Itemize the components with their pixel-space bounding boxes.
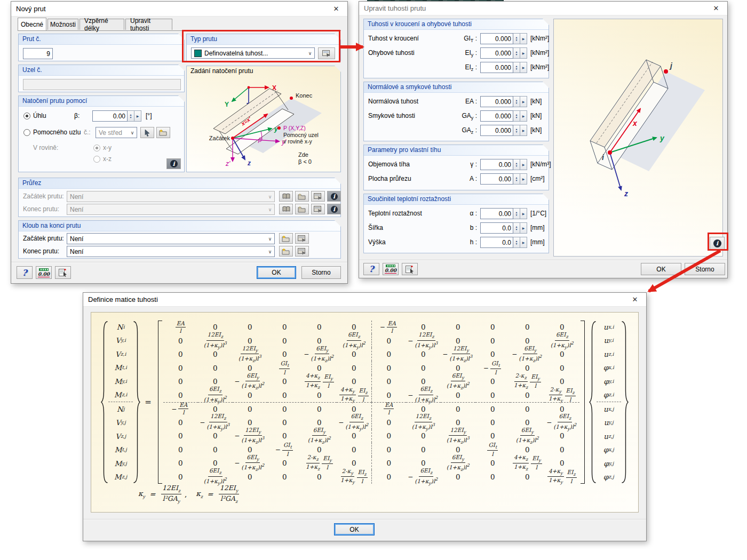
stiffness-value-input[interactable] bbox=[480, 125, 513, 136]
stiffness-value-input[interactable] bbox=[480, 47, 513, 59]
plane-xy-radio[interactable] bbox=[93, 145, 100, 151]
spin-right-button[interactable]: ▶ bbox=[520, 33, 527, 44]
tab-vzperne-delky[interactable]: Vzpěrné délky bbox=[80, 19, 124, 30]
help-button[interactable]: ? bbox=[363, 263, 379, 275]
hinge-start-combobox[interactable]: Není ∨ bbox=[67, 233, 275, 244]
stiffness-value-input[interactable] bbox=[480, 222, 513, 234]
cross-section-start-combobox[interactable]: Není ∨ bbox=[67, 191, 275, 202]
spin-right-button[interactable]: ▶ bbox=[520, 110, 527, 122]
ok-button[interactable]: OK bbox=[334, 523, 375, 535]
spinner[interactable]: ▲▼ bbox=[513, 208, 520, 219]
stiffness-matrix-info-button[interactable]: i bbox=[710, 237, 725, 250]
beta-spin-right-button[interactable]: ▶ bbox=[134, 110, 141, 122]
stiffness-value-input[interactable] bbox=[480, 173, 513, 185]
stiffness-value-input[interactable] bbox=[480, 33, 513, 44]
cancel-button[interactable]: Storno bbox=[685, 263, 725, 275]
aux-node-combobox[interactable]: Ve střed ∨ bbox=[96, 127, 137, 138]
spin-right-button[interactable]: ▶ bbox=[520, 159, 527, 170]
rotation-info-button[interactable]: i bbox=[166, 158, 181, 169]
hinge-start-edit-button[interactable] bbox=[295, 233, 309, 244]
apply-to-button[interactable] bbox=[55, 266, 71, 279]
stiffness-value-input[interactable] bbox=[480, 237, 513, 248]
cross-section-library-button-2[interactable] bbox=[279, 204, 293, 214]
pick-node-button[interactable] bbox=[140, 127, 154, 138]
matrix-cell: −12EIz(1+κy)l3 bbox=[406, 334, 441, 348]
cancel-button[interactable]: Storno bbox=[301, 266, 341, 279]
spinner[interactable]: ▲▼ bbox=[513, 62, 520, 73]
stiffness-value-input[interactable] bbox=[480, 159, 513, 170]
ok-button[interactable]: OK bbox=[641, 263, 681, 275]
ok-button[interactable]: OK bbox=[257, 266, 296, 279]
tab-upravit-tuhosti[interactable]: Upravit tuhosti bbox=[125, 19, 172, 30]
stiffness-value-input[interactable] bbox=[480, 208, 513, 219]
spin-right-button[interactable]: ▶ bbox=[520, 237, 527, 248]
spinner[interactable]: ▲▼ bbox=[513, 222, 520, 234]
cross-section-new-button[interactable] bbox=[295, 191, 309, 202]
apply-to-button[interactable] bbox=[402, 263, 418, 275]
stiffness-row: Plocha průřezuA :▲▼▶[cm²] bbox=[364, 173, 549, 187]
cross-section-end-info-button[interactable]: i bbox=[327, 204, 341, 214]
close-icon[interactable]: ✕ bbox=[705, 2, 727, 15]
stiffness-row-label: Teplotní roztažnost bbox=[368, 210, 422, 217]
hinge-end-combobox[interactable]: Není ∨ bbox=[67, 246, 275, 257]
spin-right-button[interactable]: ▶ bbox=[520, 173, 527, 185]
spinner[interactable]: ▲▼ bbox=[513, 159, 520, 170]
member-type-combobox[interactable]: Definovatelná tuhost... ∨ bbox=[191, 47, 315, 59]
member-no-input[interactable] bbox=[23, 48, 53, 59]
tab-obecne[interactable]: Obecné bbox=[18, 18, 46, 30]
spinner[interactable]: ▲▼ bbox=[513, 110, 520, 122]
stiffness-row-unit: [kN] bbox=[530, 126, 542, 134]
plane-xz-label: x-z bbox=[103, 155, 112, 163]
spinner[interactable]: ▲▼ bbox=[513, 173, 520, 185]
aux-node-radio[interactable] bbox=[23, 129, 30, 136]
hinge-end-edit-button[interactable] bbox=[295, 246, 309, 257]
help-button[interactable]: ? bbox=[17, 266, 33, 279]
spinner[interactable]: ▲▼ bbox=[513, 237, 520, 248]
units-button[interactable]: 0.00 bbox=[36, 266, 52, 279]
cross-section-start-info-button[interactable]: i bbox=[327, 191, 341, 202]
cross-section-end-combobox[interactable]: Není ∨ bbox=[67, 204, 275, 215]
cross-section-library-button[interactable] bbox=[279, 191, 293, 202]
displacement-vector-entry: φy,j bbox=[597, 457, 621, 470]
cross-section-new-button-2[interactable] bbox=[295, 204, 309, 214]
stiffness-value-input[interactable] bbox=[480, 62, 513, 73]
dialog-edit-stiffness-titlebar[interactable]: Upravit tuhosti prutu bbox=[359, 2, 727, 15]
angle-radio[interactable] bbox=[23, 113, 30, 119]
member-type-edit-button[interactable] bbox=[318, 47, 335, 59]
spinner[interactable]: ▲▼ bbox=[513, 47, 520, 59]
units-button[interactable]: 0.00 bbox=[383, 263, 399, 275]
spinner[interactable]: ▲▼ bbox=[513, 33, 520, 44]
stiffness-value-input[interactable] bbox=[480, 96, 513, 107]
matrix-cell: −6EIy(1+κz)l2 bbox=[302, 348, 337, 362]
cross-section-edit-button-2[interactable] bbox=[311, 204, 325, 214]
spinner[interactable]: ▲▼ bbox=[513, 96, 520, 107]
plane-xz-radio[interactable] bbox=[93, 156, 100, 163]
beta-spinner[interactable]: ▲▼ bbox=[128, 110, 134, 122]
dialog-new-member-titlebar[interactable]: Nový prut bbox=[11, 2, 347, 17]
spin-right-button[interactable]: ▶ bbox=[520, 47, 527, 59]
hinge-end-new-button[interactable] bbox=[279, 246, 293, 257]
cross-section-edit-button[interactable] bbox=[311, 191, 325, 202]
dialog-stiffness-matrix-titlebar[interactable]: Definice matice tuhosti bbox=[83, 293, 646, 307]
matrix-cell: 0 bbox=[475, 321, 510, 334]
beta-angle-input[interactable] bbox=[92, 110, 128, 122]
new-node-button[interactable] bbox=[156, 127, 170, 138]
spinner[interactable]: ▲▼ bbox=[513, 125, 520, 136]
close-icon[interactable]: ✕ bbox=[325, 2, 347, 16]
spin-right-button[interactable]: ▶ bbox=[520, 222, 527, 234]
spin-right-button[interactable]: ▶ bbox=[520, 208, 527, 219]
spin-right-button[interactable]: ▶ bbox=[520, 62, 527, 73]
chevron-down-icon: ∨ bbox=[266, 207, 274, 212]
node-no-input[interactable] bbox=[23, 79, 181, 90]
close-icon[interactable]: ✕ bbox=[624, 293, 646, 306]
spin-right-button[interactable]: ▶ bbox=[520, 125, 527, 136]
spin-right-button[interactable]: ▶ bbox=[520, 96, 527, 107]
stiffness-value-field: ▲▼▶ bbox=[480, 159, 527, 170]
stiffness-row-label: Objemová tíha bbox=[368, 161, 410, 168]
hinge-start-new-button[interactable] bbox=[279, 233, 293, 244]
tab-moznosti[interactable]: Možnosti bbox=[47, 19, 78, 30]
edit-icon bbox=[298, 235, 307, 242]
displacement-vector-entry: ux,i bbox=[597, 320, 621, 334]
matrix-cell: GItl bbox=[475, 443, 510, 457]
stiffness-value-input[interactable] bbox=[480, 110, 513, 122]
